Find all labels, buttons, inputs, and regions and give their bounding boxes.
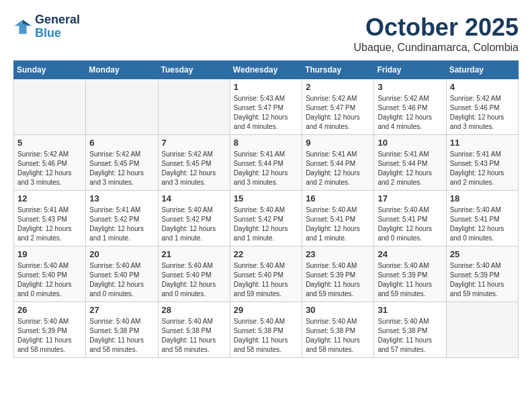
cell-info: Sunrise: 5:42 AM Sunset: 5:47 PM Dayligh… (306, 94, 370, 132)
calendar-cell: 19Sunrise: 5:40 AM Sunset: 5:40 PM Dayli… (14, 246, 86, 302)
cell-info: Sunrise: 5:40 AM Sunset: 5:39 PM Dayligh… (450, 261, 515, 299)
logo-line1: General (35, 13, 80, 27)
calendar-cell: 7Sunrise: 5:42 AM Sunset: 5:45 PM Daylig… (158, 135, 230, 191)
cell-info: Sunrise: 5:42 AM Sunset: 5:46 PM Dayligh… (378, 94, 442, 132)
cell-info: Sunrise: 5:40 AM Sunset: 5:39 PM Dayligh… (378, 261, 442, 299)
calendar-cell: 4Sunrise: 5:42 AM Sunset: 5:46 PM Daylig… (446, 79, 518, 135)
calendar-cell: 20Sunrise: 5:40 AM Sunset: 5:40 PM Dayli… (86, 246, 158, 302)
day-number: 24 (378, 249, 442, 259)
title-block: October 2025 Ubaque, Cundinamarca, Colom… (354, 13, 519, 54)
day-number: 20 (89, 249, 154, 259)
day-number: 21 (162, 249, 226, 259)
cell-info: Sunrise: 5:40 AM Sunset: 5:38 PM Dayligh… (378, 317, 442, 355)
day-number: 18 (450, 193, 515, 203)
week-row-2: 5Sunrise: 5:42 AM Sunset: 5:46 PM Daylig… (14, 135, 519, 191)
day-number: 14 (162, 193, 226, 203)
cell-info: Sunrise: 5:42 AM Sunset: 5:46 PM Dayligh… (450, 94, 515, 132)
cell-info: Sunrise: 5:41 AM Sunset: 5:43 PM Dayligh… (17, 205, 82, 243)
day-number: 30 (306, 305, 370, 315)
day-number: 4 (450, 82, 515, 92)
cell-info: Sunrise: 5:42 AM Sunset: 5:46 PM Dayligh… (17, 150, 82, 187)
cell-info: Sunrise: 5:41 AM Sunset: 5:42 PM Dayligh… (89, 205, 154, 243)
cell-info: Sunrise: 5:40 AM Sunset: 5:41 PM Dayligh… (450, 205, 515, 243)
logo-icon (13, 17, 32, 36)
day-header-monday: Monday (86, 61, 158, 79)
day-number: 9 (306, 138, 370, 148)
calendar-cell: 17Sunrise: 5:40 AM Sunset: 5:41 PM Dayli… (374, 191, 446, 246)
cell-info: Sunrise: 5:40 AM Sunset: 5:41 PM Dayligh… (306, 205, 370, 243)
day-header-saturday: Saturday (446, 61, 518, 79)
day-number: 16 (306, 193, 370, 203)
calendar-cell: 24Sunrise: 5:40 AM Sunset: 5:39 PM Dayli… (374, 246, 446, 302)
calendar-cell: 11Sunrise: 5:41 AM Sunset: 5:43 PM Dayli… (446, 135, 518, 191)
day-number: 7 (162, 138, 226, 148)
calendar-cell: 6Sunrise: 5:42 AM Sunset: 5:45 PM Daylig… (86, 135, 158, 191)
calendar-cell (158, 79, 230, 135)
calendar-cell: 14Sunrise: 5:40 AM Sunset: 5:42 PM Dayli… (158, 191, 230, 246)
calendar-cell: 21Sunrise: 5:40 AM Sunset: 5:40 PM Dayli… (158, 246, 230, 302)
location-subtitle: Ubaque, Cundinamarca, Colombia (354, 42, 519, 54)
logo: General Blue (13, 13, 80, 40)
calendar-cell: 2Sunrise: 5:42 AM Sunset: 5:47 PM Daylig… (302, 79, 374, 135)
day-number: 6 (89, 138, 154, 148)
cell-info: Sunrise: 5:40 AM Sunset: 5:41 PM Dayligh… (378, 205, 442, 243)
day-number: 10 (378, 138, 442, 148)
calendar-cell: 23Sunrise: 5:40 AM Sunset: 5:39 PM Dayli… (302, 246, 374, 302)
calendar-cell (446, 302, 518, 358)
calendar-cell: 27Sunrise: 5:40 AM Sunset: 5:38 PM Dayli… (86, 302, 158, 358)
day-number: 27 (89, 305, 154, 315)
day-number: 13 (89, 193, 154, 203)
cell-info: Sunrise: 5:40 AM Sunset: 5:38 PM Dayligh… (306, 317, 370, 355)
day-header-friday: Friday (374, 61, 446, 79)
day-number: 12 (17, 193, 82, 203)
day-header-sunday: Sunday (14, 61, 86, 79)
cell-info: Sunrise: 5:41 AM Sunset: 5:44 PM Dayligh… (378, 150, 442, 187)
cell-info: Sunrise: 5:40 AM Sunset: 5:40 PM Dayligh… (17, 261, 82, 299)
day-number: 19 (17, 249, 82, 259)
calendar-cell: 9Sunrise: 5:41 AM Sunset: 5:44 PM Daylig… (302, 135, 374, 191)
week-row-4: 19Sunrise: 5:40 AM Sunset: 5:40 PM Dayli… (14, 246, 519, 302)
page-header: General Blue October 2025 Ubaque, Cundin… (13, 13, 519, 54)
cell-info: Sunrise: 5:40 AM Sunset: 5:38 PM Dayligh… (89, 317, 154, 355)
logo-line2: Blue (35, 27, 80, 40)
calendar-cell: 5Sunrise: 5:42 AM Sunset: 5:46 PM Daylig… (14, 135, 86, 191)
day-number: 15 (234, 193, 298, 203)
cell-info: Sunrise: 5:40 AM Sunset: 5:38 PM Dayligh… (234, 317, 298, 355)
day-header-thursday: Thursday (302, 61, 374, 79)
day-number: 17 (378, 193, 442, 203)
week-row-3: 12Sunrise: 5:41 AM Sunset: 5:43 PM Dayli… (14, 191, 519, 246)
calendar-cell: 30Sunrise: 5:40 AM Sunset: 5:38 PM Dayli… (302, 302, 374, 358)
calendar-cell: 31Sunrise: 5:40 AM Sunset: 5:38 PM Dayli… (374, 302, 446, 358)
cell-info: Sunrise: 5:40 AM Sunset: 5:38 PM Dayligh… (162, 317, 226, 355)
day-number: 5 (17, 138, 82, 148)
cell-info: Sunrise: 5:41 AM Sunset: 5:43 PM Dayligh… (450, 150, 515, 187)
cell-info: Sunrise: 5:40 AM Sunset: 5:40 PM Dayligh… (162, 261, 226, 299)
week-row-1: 1Sunrise: 5:43 AM Sunset: 5:47 PM Daylig… (14, 79, 519, 135)
calendar-cell: 3Sunrise: 5:42 AM Sunset: 5:46 PM Daylig… (374, 79, 446, 135)
cell-info: Sunrise: 5:40 AM Sunset: 5:40 PM Dayligh… (89, 261, 154, 299)
day-number: 29 (234, 305, 298, 315)
calendar-cell (14, 79, 86, 135)
day-number: 2 (306, 82, 370, 92)
calendar-cell: 8Sunrise: 5:41 AM Sunset: 5:44 PM Daylig… (230, 135, 302, 191)
calendar-cell: 28Sunrise: 5:40 AM Sunset: 5:38 PM Dayli… (158, 302, 230, 358)
cell-info: Sunrise: 5:40 AM Sunset: 5:39 PM Dayligh… (17, 317, 82, 355)
day-number: 8 (234, 138, 298, 148)
cell-info: Sunrise: 5:42 AM Sunset: 5:45 PM Dayligh… (162, 150, 226, 187)
day-number: 31 (378, 305, 442, 315)
calendar-cell: 22Sunrise: 5:40 AM Sunset: 5:40 PM Dayli… (230, 246, 302, 302)
calendar-cell: 25Sunrise: 5:40 AM Sunset: 5:39 PM Dayli… (446, 246, 518, 302)
cell-info: Sunrise: 5:40 AM Sunset: 5:42 PM Dayligh… (162, 205, 226, 243)
cell-info: Sunrise: 5:40 AM Sunset: 5:42 PM Dayligh… (234, 205, 298, 243)
day-number: 3 (378, 82, 442, 92)
calendar-cell: 29Sunrise: 5:40 AM Sunset: 5:38 PM Dayli… (230, 302, 302, 358)
cell-info: Sunrise: 5:41 AM Sunset: 5:44 PM Dayligh… (306, 150, 370, 187)
cell-info: Sunrise: 5:42 AM Sunset: 5:45 PM Dayligh… (89, 150, 154, 187)
calendar-cell: 26Sunrise: 5:40 AM Sunset: 5:39 PM Dayli… (14, 302, 86, 358)
week-row-5: 26Sunrise: 5:40 AM Sunset: 5:39 PM Dayli… (14, 302, 519, 358)
cell-info: Sunrise: 5:41 AM Sunset: 5:44 PM Dayligh… (234, 150, 298, 187)
day-header-row: SundayMondayTuesdayWednesdayThursdayFrid… (14, 61, 519, 79)
day-number: 25 (450, 249, 515, 259)
cell-info: Sunrise: 5:40 AM Sunset: 5:39 PM Dayligh… (306, 261, 370, 299)
calendar-cell: 16Sunrise: 5:40 AM Sunset: 5:41 PM Dayli… (302, 191, 374, 246)
